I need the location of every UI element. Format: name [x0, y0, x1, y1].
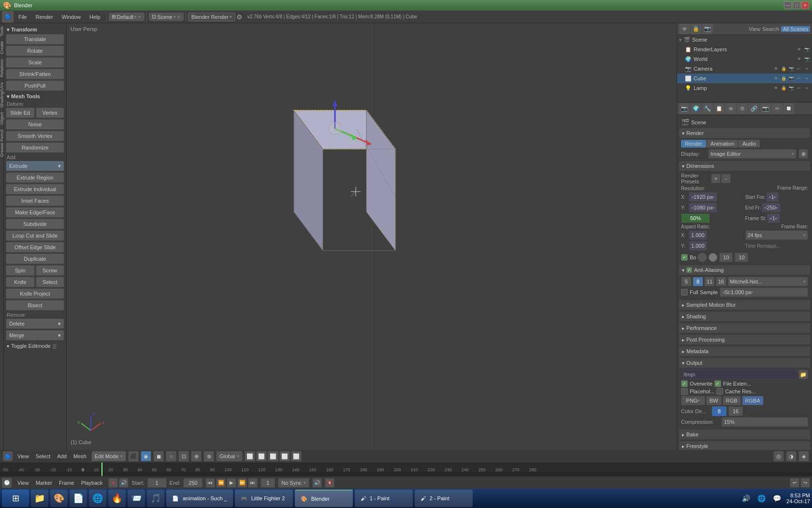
color-depth-val2[interactable]: 16	[728, 406, 743, 416]
cam-vis-extra1[interactable]: ↩	[796, 65, 802, 72]
taskbar-icon-7[interactable]: 🎵	[147, 490, 164, 507]
lamp-vis-extra2[interactable]: ↪	[803, 85, 810, 91]
window-menu[interactable]: Window	[58, 12, 85, 22]
goto-start-btn[interactable]: ⏮	[205, 478, 215, 488]
next-frame-btn[interactable]: ⏩	[237, 478, 247, 488]
tools-tab[interactable]: Tools	[0, 24, 5, 38]
tray-icon-3[interactable]: 💬	[771, 493, 783, 504]
face-mode-btn[interactable]: ◼	[153, 451, 164, 462]
record-btn[interactable]: ●	[108, 478, 118, 488]
taskbar-app-littlefighter[interactable]: 🎮 Little Fighter 2	[235, 490, 293, 507]
lamp-vis-eye[interactable]: 👁	[772, 85, 779, 91]
aa-num-8[interactable]: 8	[693, 277, 703, 286]
render-tab-animation[interactable]: Animation	[707, 140, 738, 148]
lamp-item[interactable]: 💡 Lamp 👁 🔒 📷 ↩ ↪	[677, 83, 812, 93]
translate-button[interactable]: Translate	[6, 34, 64, 45]
knife-button[interactable]: Knife	[6, 277, 35, 287]
grease-pencil-tab[interactable]: Grease Pencil	[0, 128, 5, 159]
pushpull-button[interactable]: PushPull	[6, 80, 64, 91]
performance-header[interactable]: Performance	[679, 323, 810, 333]
minimize-button[interactable]: —	[784, 1, 792, 9]
shading-btn[interactable]: ◑	[786, 451, 797, 462]
cube-vis-eye[interactable]: 👁	[772, 75, 779, 82]
freestyle-header[interactable]: Freestyle	[679, 441, 810, 450]
post-processing-header[interactable]: Post Processing	[679, 335, 810, 344]
sync-select[interactable]: No Sync ▾	[278, 478, 309, 488]
smooth-vertex-button[interactable]: Smooth Vertex	[6, 131, 64, 141]
prop-icon-9[interactable]: 🔲	[783, 104, 794, 114]
toggle-editmode[interactable]: Toggle Editmode |||	[6, 342, 64, 350]
bw-button[interactable]: BW	[706, 396, 722, 405]
vis-eye[interactable]: 👁	[796, 46, 802, 53]
end-frame-field[interactable]: 250	[183, 478, 203, 488]
render-menu[interactable]: Render	[32, 12, 57, 22]
cube-vis-extra2[interactable]: ↪	[803, 75, 810, 82]
start-button[interactable]: ⊞	[2, 490, 29, 507]
prop-icon-3[interactable]: 📋	[714, 104, 725, 114]
render-btn[interactable]: ◈	[798, 451, 809, 462]
output-section-header[interactable]: Output	[679, 358, 810, 368]
prop-icon-5[interactable]: ⚙	[737, 104, 748, 114]
taskbar-app-animation[interactable]: 📄 animation - Such _	[166, 490, 233, 507]
vert-mode-btn[interactable]: ⬛	[128, 451, 139, 462]
scale-button[interactable]: Scale	[6, 57, 64, 68]
timeline-icon[interactable]: 🕐	[2, 478, 12, 488]
viewport-btn2[interactable]: ⊗	[203, 451, 214, 462]
render-tab-render[interactable]: Render	[681, 140, 706, 148]
layer-btn-1[interactable]: ⬜	[245, 451, 255, 462]
snap-btn[interactable]: ⊡	[178, 451, 189, 462]
compression-value[interactable]: 15%	[722, 417, 808, 427]
placeholder-checkbox[interactable]	[681, 388, 688, 395]
inset-faces-button[interactable]: Inset Faces	[6, 195, 64, 206]
offset-edge-slide-button[interactable]: Offset Edge Slide	[6, 242, 64, 253]
prop-icon-6[interactable]: 🔗	[749, 104, 759, 114]
dimensions-header[interactable]: Dimensions	[679, 161, 810, 171]
maximize-button[interactable]: □	[793, 1, 800, 9]
goto-end-btn[interactable]: ⏭	[248, 478, 258, 488]
aa-filter[interactable]: Mitchell-Net... ▾	[727, 277, 808, 286]
preset-add-btn[interactable]: +	[711, 174, 721, 183]
shrink-fatten-button[interactable]: Shrink/Fatten	[6, 69, 64, 79]
prop-icon-1[interactable]: 🌍	[691, 104, 701, 114]
res-y-input[interactable]: ◂ 1080 px ▸	[689, 203, 717, 212]
merge-dropdown-button[interactable]: Merge ▾	[6, 330, 64, 341]
view-icon[interactable]: 👁	[679, 24, 690, 34]
marker-menu[interactable]: Marker	[33, 479, 55, 487]
create-tab[interactable]: Create	[0, 39, 5, 56]
cam-vis-eye[interactable]: 👁	[772, 65, 779, 72]
end-frame-input[interactable]: ◂ 250 ▸	[762, 203, 780, 212]
cube-item[interactable]: ⬜ Cube 👁 🔒 📷 ↩ ↪	[677, 74, 812, 83]
taskbar-icon-5[interactable]: 🔥	[108, 490, 126, 507]
make-edge-face-button[interactable]: Make Edge/Face	[6, 207, 64, 218]
prop-icon-4[interactable]: 👁	[725, 104, 736, 114]
percent-value[interactable]: 50%	[681, 213, 710, 223]
slide-ed-button[interactable]: Slide Ed	[6, 107, 35, 118]
display-expand-btn[interactable]: ⊕	[798, 149, 808, 159]
cube-vis-extra1[interactable]: ↩	[796, 75, 802, 82]
taskbar-app-blender[interactable]: 🎨 Blender	[295, 490, 353, 507]
add-menu[interactable]: Add	[54, 452, 70, 460]
timeline-view-menu[interactable]: View	[14, 479, 32, 487]
layer-btn-3[interactable]: ⬜	[268, 451, 278, 462]
vis-render[interactable]: 📷	[803, 46, 810, 53]
relations-tab[interactable]: Relations	[0, 57, 5, 79]
bake-header[interactable]: Bake	[679, 430, 810, 439]
cache-res-checkbox[interactable]	[716, 388, 723, 395]
delete-dropdown-button[interactable]: Delete ▾	[6, 318, 64, 329]
vertex-button[interactable]: Vertex	[36, 107, 65, 118]
color-depth-val[interactable]: 8	[712, 406, 726, 416]
cam-vis-lock[interactable]: 🔒	[780, 65, 787, 72]
play-btn[interactable]: ▶	[227, 478, 236, 488]
format-value[interactable]: PNG ▾	[681, 396, 705, 405]
shading-header[interactable]: Shading	[679, 312, 810, 321]
start-frame-input[interactable]: ◂ 1 ▸	[766, 192, 779, 202]
file-menu[interactable]: File	[14, 12, 31, 22]
proportional-btn[interactable]: ○	[166, 451, 176, 462]
mute-btn[interactable]: 🔇	[325, 478, 334, 488]
randomize-button[interactable]: Randomize	[6, 142, 64, 153]
close-button[interactable]: ✕	[801, 1, 809, 9]
scene-selector[interactable]: ⊡ Scene ▾ ✕	[149, 13, 183, 21]
taskbar-icon-2[interactable]: 🎨	[50, 490, 68, 507]
mode-selector[interactable]: Edit Mode ▾	[91, 451, 127, 462]
aa-num-11[interactable]: 11	[704, 277, 715, 286]
